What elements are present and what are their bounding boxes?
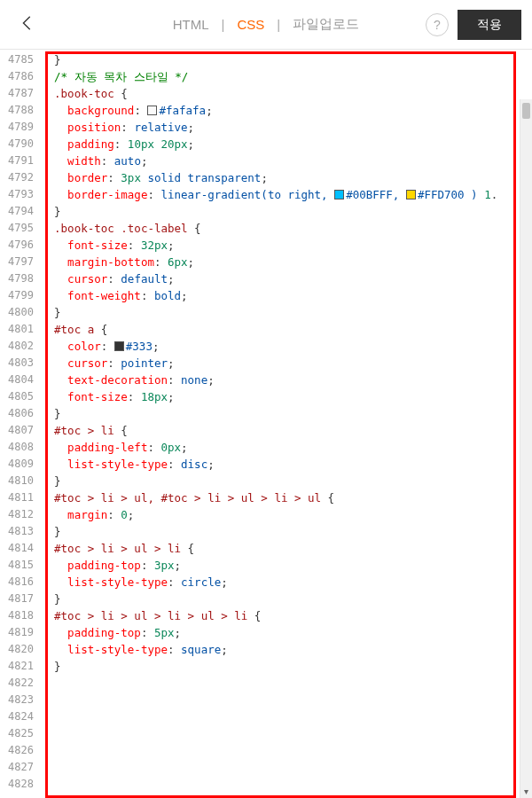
code-line[interactable]: background: #fafafa;	[41, 102, 532, 119]
code-line[interactable]: .book-toc {	[41, 85, 532, 102]
line-number: 4803	[0, 355, 41, 372]
header-right-controls: ? 적용	[426, 10, 521, 40]
line-number: 4798	[0, 270, 41, 287]
color-swatch-icon	[334, 190, 344, 200]
code-line[interactable]: #toc > li > ul > li > ul > li {	[41, 607, 532, 624]
scrollbar-thumb[interactable]	[522, 103, 530, 119]
code-line[interactable]: border-image: linear-gradient(to right, …	[41, 186, 532, 203]
code-line[interactable]: font-size: 18px;	[41, 388, 532, 405]
code-line[interactable]: position: relative;	[41, 119, 532, 136]
line-number: 4800	[0, 304, 41, 321]
line-number: 4826	[0, 742, 41, 759]
code-line[interactable]: list-style-type: circle;	[41, 574, 532, 591]
code-line[interactable]: list-style-type: disc;	[41, 456, 532, 473]
code-line[interactable]: }	[41, 658, 532, 675]
code-line[interactable]: padding-top: 5px;	[41, 624, 532, 641]
line-number: 4814	[0, 540, 41, 557]
line-number: 4811	[0, 489, 41, 506]
code-line[interactable]: cursor: default;	[41, 270, 532, 287]
code-line[interactable]: width: auto;	[41, 153, 532, 169]
line-number: 4817	[0, 591, 41, 607]
line-number: 4799	[0, 287, 41, 304]
line-number: 4785	[0, 51, 41, 68]
color-swatch-icon	[406, 190, 416, 200]
tab-separator: |	[277, 17, 280, 32]
line-number-gutter: 4785478647874788478947904791479247934794…	[0, 50, 41, 798]
line-number: 4806	[0, 405, 41, 422]
line-number: 4821	[0, 658, 41, 675]
line-number: 4818	[0, 607, 41, 624]
code-line[interactable]: border: 3px solid transparent;	[41, 169, 532, 186]
back-button[interactable]	[11, 6, 44, 43]
code-line[interactable]: #toc a {	[41, 321, 532, 338]
line-number: 4786	[0, 68, 41, 85]
line-number: 4787	[0, 85, 41, 102]
code-line[interactable]: list-style-type: square;	[41, 641, 532, 658]
help-button[interactable]: ?	[426, 13, 449, 36]
line-number: 4809	[0, 456, 41, 473]
vertical-scrollbar[interactable]: ▾	[520, 99, 532, 798]
code-line[interactable]: cursor: pointer;	[41, 355, 532, 372]
code-line[interactable]: margin-bottom: 6px;	[41, 254, 532, 270]
code-line[interactable]: font-size: 32px;	[41, 237, 532, 254]
line-number: 4805	[0, 388, 41, 405]
line-number: 4791	[0, 153, 41, 169]
line-number: 4813	[0, 523, 41, 540]
tab-separator: |	[222, 17, 225, 32]
code-line[interactable]: }	[41, 405, 532, 422]
tab-css[interactable]: CSS	[234, 17, 269, 32]
line-number: 4804	[0, 372, 41, 388]
line-number: 4796	[0, 237, 41, 254]
code-line[interactable]: text-decoration: none;	[41, 372, 532, 388]
line-number: 4820	[0, 641, 41, 658]
line-number: 4823	[0, 692, 41, 708]
line-number: 4827	[0, 759, 41, 776]
code-line[interactable]: color: #333;	[41, 338, 532, 355]
code-line[interactable]: padding-top: 3px;	[41, 557, 532, 574]
apply-button[interactable]: 적용	[458, 10, 521, 40]
line-number: 4815	[0, 557, 41, 574]
tab-upload[interactable]: 파일업로드	[289, 16, 363, 33]
line-number: 4807	[0, 422, 41, 439]
color-swatch-icon	[114, 341, 124, 351]
code-line[interactable]: .book-toc .toc-label {	[41, 220, 532, 237]
code-line[interactable]: }	[41, 304, 532, 321]
file-tabs: HTML | CSS | 파일업로드	[169, 16, 364, 33]
line-number: 4794	[0, 203, 41, 220]
line-number: 4819	[0, 624, 41, 641]
editor-header: HTML | CSS | 파일업로드 ? 적용	[0, 0, 532, 50]
code-editor[interactable]: 4785478647874788478947904791479247934794…	[0, 50, 532, 798]
code-line[interactable]: margin: 0;	[41, 506, 532, 523]
code-line[interactable]: #toc > li > ul > li {	[41, 540, 532, 557]
code-line[interactable]: }	[41, 51, 532, 68]
color-swatch-icon	[147, 106, 157, 115]
line-number: 4790	[0, 136, 41, 153]
line-number: 4828	[0, 776, 41, 793]
code-line[interactable]: }	[41, 473, 532, 489]
line-number: 4789	[0, 119, 41, 136]
line-number: 4792	[0, 169, 41, 186]
line-number: 4816	[0, 574, 41, 591]
line-number: 4825	[0, 725, 41, 742]
code-line[interactable]: }	[41, 523, 532, 540]
code-line[interactable]: padding: 10px 20px;	[41, 136, 532, 153]
scroll-down-icon[interactable]: ▾	[520, 786, 532, 796]
line-number: 4822	[0, 675, 41, 692]
code-text-area[interactable]: } /* 자동 목차 스타일 */ .book-toc { background…	[41, 50, 532, 798]
line-number: 4788	[0, 102, 41, 119]
code-line[interactable]: #toc > li > ul, #toc > li > ul > li > ul…	[41, 489, 532, 506]
code-line[interactable]: font-weight: bold;	[41, 287, 532, 304]
line-number: 4793	[0, 186, 41, 203]
code-line[interactable]: padding-left: 0px;	[41, 439, 532, 456]
line-number: 4801	[0, 321, 41, 338]
code-line[interactable]: }	[41, 591, 532, 607]
code-line[interactable]: /* 자동 목차 스타일 */	[41, 68, 532, 85]
line-number: 4812	[0, 506, 41, 523]
line-number: 4795	[0, 220, 41, 237]
line-number: 4808	[0, 439, 41, 456]
code-line[interactable]: #toc > li {	[41, 422, 532, 439]
line-number: 4802	[0, 338, 41, 355]
line-number: 4810	[0, 473, 41, 489]
tab-html[interactable]: HTML	[169, 17, 213, 32]
code-line[interactable]: }	[41, 203, 532, 220]
